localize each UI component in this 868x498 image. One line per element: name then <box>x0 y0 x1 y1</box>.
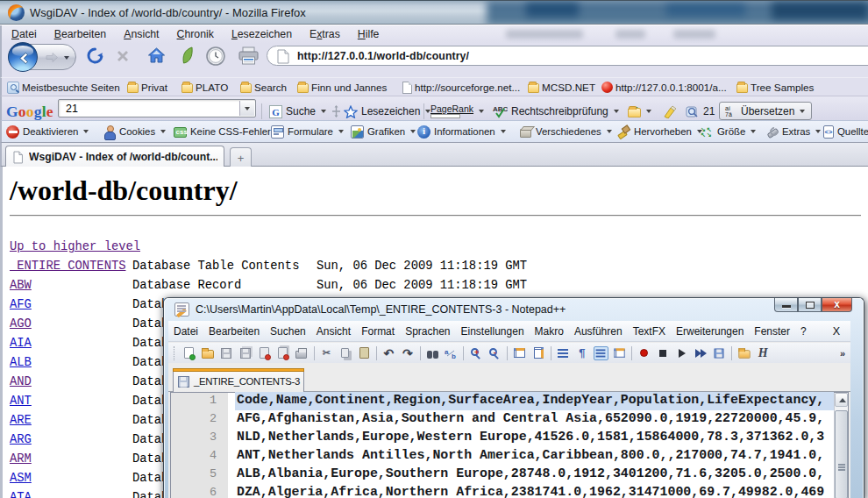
webdev-menu-item[interactable]: Grafiken <box>351 121 417 142</box>
up-to-higher-level-link[interactable]: Up to higher level <box>10 238 140 257</box>
entry-link[interactable]: ANT <box>10 392 32 411</box>
undo-button[interactable]: ↶ <box>381 346 396 360</box>
menu-item[interactable]: Hilfe <box>348 26 388 42</box>
active-tab[interactable]: WsgiDAV - Index of /world-db/count... <box>5 146 224 167</box>
maximize-button[interactable] <box>798 298 822 312</box>
show-all-characters-button[interactable]: ¶ <box>574 346 589 360</box>
entry-link[interactable]: ATA <box>10 488 32 498</box>
entry-link[interactable]: AGO <box>10 315 32 334</box>
minimize-button[interactable] <box>774 298 798 312</box>
bookmark-item[interactable]: Search <box>240 78 287 96</box>
menu-item[interactable]: Extras <box>300 26 348 42</box>
notepadpp-menu-item[interactable]: Bearbeiten <box>203 325 265 338</box>
find-button[interactable] <box>425 346 440 360</box>
scrollbar-up-arrow[interactable] <box>835 393 848 407</box>
indent-guide-button[interactable] <box>594 346 608 360</box>
entry-link[interactable]: ASM <box>10 469 32 488</box>
uebersetzen-button[interactable]: aí 7ǎ Übersetzen <box>719 102 812 120</box>
entry-link[interactable]: AIA <box>10 334 32 353</box>
reload-button[interactable] <box>86 46 104 65</box>
notepadpp-menu-item[interactable]: Ausführen <box>569 325 628 338</box>
bookmark-item[interactable]: Meistbesuchte Seiten <box>7 78 120 96</box>
forward-button[interactable] <box>44 52 60 63</box>
webdev-menu-item[interactable]: Größe <box>701 121 758 142</box>
close-all-button[interactable] <box>275 346 290 360</box>
close-file-button[interactable] <box>257 346 272 360</box>
zoom-in-button[interactable]: + <box>468 346 483 360</box>
close-button[interactable]: x <box>822 298 852 312</box>
entry-link[interactable]: ARG <box>10 430 32 450</box>
menu-item[interactable]: Ansicht <box>114 26 167 42</box>
entry-link[interactable]: AND <box>10 373 32 392</box>
webdev-menu-item[interactable]: Quellte <box>822 121 868 142</box>
notepadpp-menu-item[interactable]: Ansicht <box>311 325 356 338</box>
print-button[interactable] <box>238 46 260 66</box>
cut-button[interactable]: ✂ <box>319 346 334 360</box>
notepadpp-active-tab[interactable]: _ENTIRE_CONTENTS-3 <box>173 368 304 392</box>
feed-leaf-icon[interactable] <box>181 46 195 66</box>
entry-link[interactable]: ENTIRE CONTENTS <box>10 257 125 276</box>
run-macro-multiple-button[interactable] <box>694 346 708 360</box>
webdev-menu-item[interactable]: Cookies <box>103 121 167 142</box>
replace-button[interactable]: ab <box>444 346 459 360</box>
menu-item[interactable]: Chronik <box>167 26 222 42</box>
bookmark-item[interactable]: PLATO <box>181 78 228 96</box>
stop-button[interactable] <box>115 48 131 64</box>
open-file-button[interactable] <box>201 346 216 360</box>
webdev-menu-item[interactable]: Keine CSS-Fehler <box>174 121 283 142</box>
html-preview-button[interactable]: H <box>756 346 771 360</box>
notepadpp-menu-item[interactable]: Makro <box>530 325 569 338</box>
word-wrap-button[interactable] <box>556 346 571 360</box>
zoom-out-button[interactable]: - <box>487 346 502 360</box>
notepadpp-menu-item[interactable]: Einstellungen <box>456 325 530 338</box>
webdev-menu-item[interactable]: Formulare <box>271 121 345 142</box>
webdev-menu-item[interactable]: Extras <box>765 121 822 142</box>
save-button[interactable] <box>219 346 234 360</box>
webdev-menu-item[interactable]: Informationen <box>417 121 508 142</box>
new-file-button[interactable] <box>181 346 196 360</box>
notepadpp-menu-close[interactable]: X <box>822 325 850 338</box>
sync-horizontal-button[interactable] <box>531 346 546 360</box>
home-button[interactable] <box>147 46 166 64</box>
scrollbar-thumb[interactable] <box>835 410 848 498</box>
menu-item[interactable]: Bearbeiten <box>45 26 114 42</box>
notepadpp-menu-item[interactable]: TextFX <box>628 325 671 338</box>
print-button-npp[interactable] <box>294 346 309 360</box>
record-macro-button[interactable] <box>637 346 651 360</box>
entry-link[interactable]: ARE <box>10 411 32 430</box>
firefox-titlebar[interactable]: WsgiDAV - Index of /world-db/country/ - … <box>0 0 868 25</box>
google-search-box[interactable]: 21 <box>58 99 256 117</box>
history-clock-icon[interactable] <box>205 46 226 67</box>
save-macro-button[interactable] <box>712 346 727 360</box>
notepadpp-menu-item[interactable]: Sprachen <box>400 325 455 338</box>
save-all-button[interactable] <box>238 346 253 360</box>
paste-button[interactable] <box>357 346 372 360</box>
sync-vertical-button[interactable] <box>512 346 527 360</box>
url-text[interactable]: http://127.0.0.1/world-db/country/ <box>297 50 469 62</box>
redo-button[interactable]: ↷ <box>400 346 415 360</box>
webdev-menu-item[interactable]: Verschiedenes <box>519 121 614 142</box>
bookmark-item[interactable]: http://127.0.0.1:8001/a... <box>601 78 727 96</box>
notepadpp-menu-item[interactable]: Erweiterungen <box>671 325 749 338</box>
entry-link[interactable]: ALB <box>10 353 32 373</box>
menu-item[interactable]: Lesezeichen <box>222 26 300 42</box>
entry-link[interactable]: ABW <box>10 276 32 295</box>
webdev-menu-item[interactable]: Deaktivieren <box>6 121 90 142</box>
notepadpp-menu-item[interactable]: Format <box>356 325 400 338</box>
launch-browser-button[interactable] <box>736 346 751 360</box>
url-bar[interactable]: http://127.0.0.1/world-db/country/ <box>267 46 868 66</box>
history-dropdown-icon[interactable] <box>64 56 69 60</box>
copy-button[interactable] <box>338 346 352 360</box>
bookmark-item[interactable]: Privat <box>127 78 167 96</box>
notepadpp-menu-item[interactable]: Suchen <box>265 325 311 338</box>
notepadpp-menu-item[interactable]: ? <box>795 325 812 338</box>
entry-link[interactable]: ARM <box>10 450 32 469</box>
play-macro-button[interactable] <box>674 346 689 360</box>
bookmark-item[interactable]: Finn und Jannes <box>297 78 387 96</box>
menu-item[interactable]: Datei <box>2 26 45 42</box>
webdev-menu-item[interactable]: Hervorheben <box>617 121 704 142</box>
google-search-value[interactable]: 21 <box>66 103 78 115</box>
notepadpp-editor[interactable]: 1 Code,Name,Continent,Region,SurfaceArea… <box>170 392 849 498</box>
bookmark-item[interactable]: http://sourceforge.net... <box>401 78 520 96</box>
google-search-dropdown[interactable] <box>239 101 254 116</box>
